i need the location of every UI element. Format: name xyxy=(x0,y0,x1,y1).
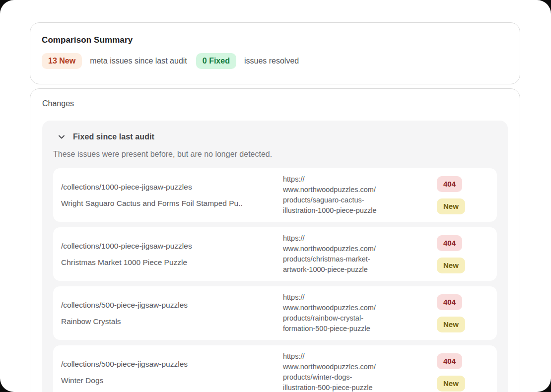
status-badge: 404 xyxy=(437,353,462,369)
issue-path: /collections/1000-piece-jigsaw-puzzles xyxy=(61,182,271,192)
issue-badges: 404 New xyxy=(437,351,489,392)
fixed-issues-caption: issues resolved xyxy=(244,57,299,65)
chevron-down-icon xyxy=(57,132,66,141)
comparison-summary-card: Comparison Summary 13 New meta issues si… xyxy=(30,22,520,84)
issue-page-info: /collections/500-piece-jigsaw-puzzles Ra… xyxy=(61,292,283,334)
issue-badges: 404 New xyxy=(437,174,489,216)
change-badge: New xyxy=(437,376,465,392)
issue-row[interactable]: /collections/1000-piece-jigsaw-puzzles C… xyxy=(53,227,497,281)
summary-stats-row: 13 New meta issues since last audit 0 Fi… xyxy=(42,53,508,69)
new-issues-badge: 13 New xyxy=(42,53,82,69)
issue-row[interactable]: /collections/1000-piece-jigsaw-puzzles W… xyxy=(53,168,497,222)
change-badge: New xyxy=(437,317,465,332)
issue-title: Rainbow Crystals xyxy=(61,317,271,327)
fixed-issues-badge: 0 Fixed xyxy=(196,53,236,69)
issue-page-info: /collections/1000-piece-jigsaw-puzzles W… xyxy=(61,174,283,216)
issue-path: /collections/500-piece-jigsaw-puzzles xyxy=(61,300,271,310)
issue-url: https:// www.northwoodpuzzles.com/ produ… xyxy=(283,351,437,392)
change-badge: New xyxy=(437,198,465,214)
issue-title: Wright Saguaro Cactus and Forms Foil Sta… xyxy=(61,198,271,208)
status-badge: 404 xyxy=(437,176,462,192)
issue-row[interactable]: /collections/500-piece-jigsaw-puzzles Ra… xyxy=(53,286,497,340)
new-issues-caption: meta issues since last audit xyxy=(90,57,187,65)
change-badge: New xyxy=(437,258,465,273)
issue-page-info: /collections/1000-piece-jigsaw-puzzles C… xyxy=(61,233,283,275)
issue-path: /collections/1000-piece-jigsaw-puzzles xyxy=(61,241,271,251)
fixed-since-last-audit-panel: Fixed since last audit These issues were… xyxy=(42,121,508,392)
audit-dialog: Comparison Summary 13 New meta issues si… xyxy=(0,0,551,392)
changes-heading: Changes xyxy=(42,98,508,110)
fixed-section-title: Fixed since last audit xyxy=(73,132,154,141)
issue-title: Christmas Market 1000 Piece Puzzle xyxy=(61,258,271,267)
issue-url: https:// www.northwoodpuzzles.com/ produ… xyxy=(283,233,437,275)
issue-title: Winter Dogs xyxy=(61,376,271,386)
issue-url: https:// www.northwoodpuzzles.com/ produ… xyxy=(283,292,437,334)
status-badge: 404 xyxy=(437,235,462,251)
issue-path: /collections/500-piece-jigsaw-puzzles xyxy=(61,359,271,369)
status-badge: 404 xyxy=(437,294,462,310)
issue-badges: 404 New xyxy=(437,292,489,334)
issue-row[interactable]: /collections/500-piece-jigsaw-puzzles Wi… xyxy=(53,345,497,392)
issue-url: https:// www.northwoodpuzzles.com/ produ… xyxy=(283,174,437,216)
fixed-section-toggle[interactable]: Fixed since last audit xyxy=(53,132,497,141)
issue-page-info: /collections/500-piece-jigsaw-puzzles Wi… xyxy=(61,351,283,392)
issue-list: /collections/1000-piece-jigsaw-puzzles W… xyxy=(53,168,497,392)
fixed-section-description: These issues were present before, but ar… xyxy=(53,148,497,160)
comparison-summary-title: Comparison Summary xyxy=(42,35,508,45)
issue-badges: 404 New xyxy=(437,233,489,275)
changes-card: Changes Fixed since last audit These iss… xyxy=(30,88,520,392)
